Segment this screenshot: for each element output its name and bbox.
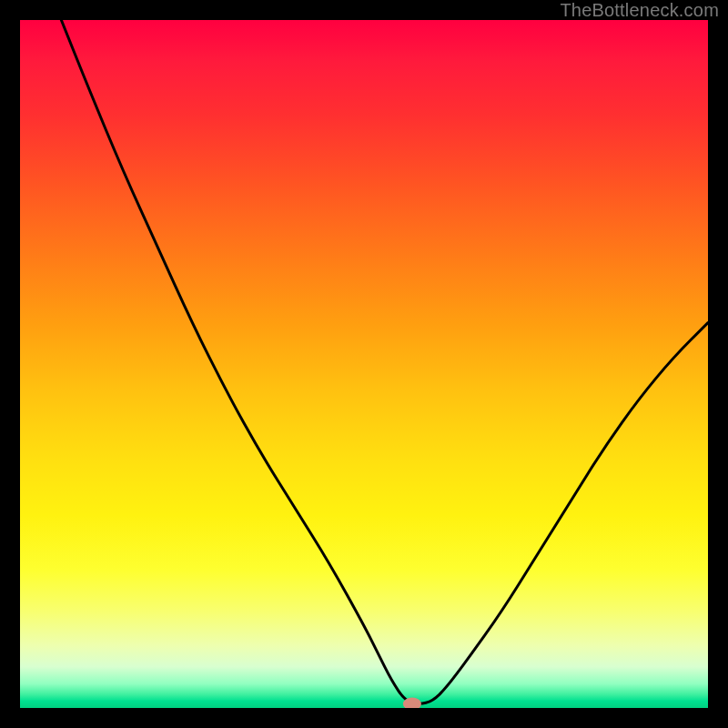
curve-layer: [20, 20, 708, 708]
plot-area: [20, 20, 708, 708]
watermark-text: TheBottleneck.com: [560, 0, 719, 21]
bottleneck-curve: [61, 20, 708, 703]
chart-frame: TheBottleneck.com: [0, 0, 728, 728]
bottleneck-curve-path: [61, 20, 708, 703]
